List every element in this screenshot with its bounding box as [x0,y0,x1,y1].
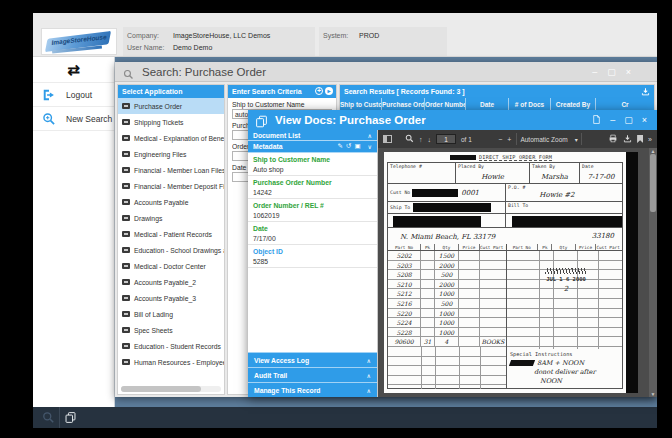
application-list-item[interactable]: Education - School Drawings and Site [118,242,224,258]
zoom-select[interactable]: Automatic Zoom ▾ [516,133,581,145]
page-number-input[interactable]: 1 [436,134,456,144]
price-cell [459,337,480,346]
save-icon[interactable]: ▣ [354,143,360,150]
footer-copy-documents-icon[interactable] [59,407,81,428]
application-list-item[interactable]: Accounts Payable [118,194,224,210]
undo-icon[interactable]: ↺ [346,143,351,150]
qty-cell: 1000 [435,318,459,327]
metadata-bar[interactable]: Metadata ✎ ↺ ▣ ∨ [248,141,377,153]
qty-cell: 500 [435,299,459,308]
zoom-out-icon[interactable]: − [498,136,502,143]
application-list-item[interactable]: Financial - Member Loan Files [118,162,224,178]
cust-part-cell [480,251,506,260]
zip-handwriting: 33180 [592,232,614,240]
redaction-bar [413,203,491,212]
collapse-sidebar-button[interactable]: ⇄ [33,57,114,83]
metadata-field-label: Purchase Order Number [253,179,372,186]
pdf-scrollbar-thumb[interactable] [650,154,656,212]
pk-cell [421,280,435,289]
part-no-cell: 90600 [388,337,421,346]
document-list-bar[interactable]: Document List ∧ [248,130,377,141]
more-tools-icon[interactable]: » [648,136,652,143]
application-icon [122,295,130,301]
next-page-icon[interactable]: ↓ [428,136,432,143]
application-list-item[interactable]: Purchase Order [118,98,224,114]
application-icon [122,279,130,285]
maximize-button[interactable]: ▢ [624,116,633,125]
metadata-field-value[interactable]: Auto shop [253,166,372,173]
pk-cell [421,289,435,298]
metadata-field-value[interactable]: 14242 [253,189,372,196]
company-info-panel: Company: ImageStoreHouse, LLC Demos User… [123,27,315,56]
scroll-down-icon[interactable]: ▼ [651,391,656,397]
application-list-hscrollbar[interactable] [121,386,221,392]
pdf-viewer-canvas[interactable]: DIRECT SHIP ORDER FORM Telephone # Place… [378,148,657,397]
zoom-in-icon[interactable]: + [507,136,511,143]
special-instructions: Special Instructions 8AM + NOON donot de… [507,349,621,387]
metadata-field-value[interactable]: 1062019 [253,212,372,219]
document-list-label: Document List [253,132,300,139]
toggle-sidebar-icon[interactable] [383,135,392,143]
application-list-item[interactable]: Medical - Doctor Center [118,258,224,274]
close-button[interactable]: × [626,68,631,77]
previous-page-icon[interactable]: ↑ [419,136,423,143]
minimize-button[interactable]: – [610,116,615,125]
stamp-date: JUL 1 6 2000 [524,276,608,282]
application-list-item[interactable]: Medical - Explanation of Benefits_1 [118,130,224,146]
sidebar-item-logout[interactable]: Logout [33,83,114,107]
print-icon[interactable] [608,134,618,144]
redaction-scribble [509,360,535,366]
download-icon[interactable] [623,134,632,144]
application-list-item[interactable]: Shipping Tickets [118,114,224,130]
application-list-item[interactable]: Medical - Patient Records [118,226,224,242]
pdf-search-icon[interactable] [405,134,414,144]
taken-by-value: Marsha [530,173,579,181]
record-action-bar[interactable]: Audit Trail ∧ [248,367,377,382]
application-label: Purchase Order [134,103,182,110]
export-results-icon[interactable] [641,87,650,96]
bookmark-icon[interactable] [637,135,643,143]
application-icon [122,199,130,205]
application-icon [122,311,130,317]
chevron-up-icon: ∧ [367,357,371,364]
metadata-field-value[interactable]: 7/17/00 [253,235,372,242]
minimize-button[interactable]: – [592,68,597,77]
record-action-bars: View Access Log ∧ Audit Trail ∧ Manage T… [248,352,377,397]
application-list-item[interactable]: Engineering Files [118,146,224,162]
hscrollbar-thumb[interactable] [121,386,201,392]
application-label: Medical - Patient Records [134,231,212,238]
pk-cell [421,318,435,327]
qty-cell: 1000 [435,328,459,337]
application-list-item[interactable]: Accounts Payable_3 [118,290,224,306]
footer-search-icon[interactable] [37,407,59,428]
export-document-icon[interactable] [592,114,601,127]
application-list-item[interactable]: Drawings [118,210,224,226]
chevron-up-icon: ∧ [367,387,371,394]
record-action-bar[interactable]: View Access Log ∧ [248,352,377,367]
qty-cell: 1500 [435,251,459,260]
search-window-title: Search: Purchase Order [142,66,266,78]
application-list-item[interactable]: Education - Student Records [118,338,224,354]
part-no-cell: 5208 [388,270,421,279]
maximize-button[interactable]: ▢ [607,68,616,77]
search-window-titlebar[interactable]: Search: Purchase Order – ▢ × [115,62,657,82]
metadata-field-value[interactable]: 5285 [253,258,372,265]
part-no-cell: 5212 [388,289,421,298]
view-docs-titlebar[interactable]: View Docs: Purchase Order – ▢ × [248,110,657,130]
application-list-item[interactable]: Spec Sheets [118,322,224,338]
run-search-icon[interactable]: ▸ [325,87,333,95]
record-action-bar[interactable]: Manage This Record ∧ [248,382,377,397]
pdf-vscrollbar[interactable]: ▲ ▼ [649,148,657,397]
add-criteria-icon[interactable]: + [315,87,323,95]
search-criteria-header-label: Enter Search Criteria [232,88,302,95]
application-list-item[interactable]: Financial - Member Deposit Files [118,178,224,194]
edit-metadata-icon[interactable]: ✎ [338,143,343,150]
application-list-item[interactable]: Human Resources - Employee Recor [118,354,224,370]
sidebar-item-new-search[interactable]: New Search [33,107,114,131]
cust-part-cell [480,270,506,279]
application-list-item[interactable]: Accounts Payable_2 [118,274,224,290]
application-list-item[interactable]: Bill of Lading [118,306,224,322]
close-button[interactable]: × [642,116,647,125]
cust-part-cell [480,261,506,270]
price-cell [459,251,480,260]
